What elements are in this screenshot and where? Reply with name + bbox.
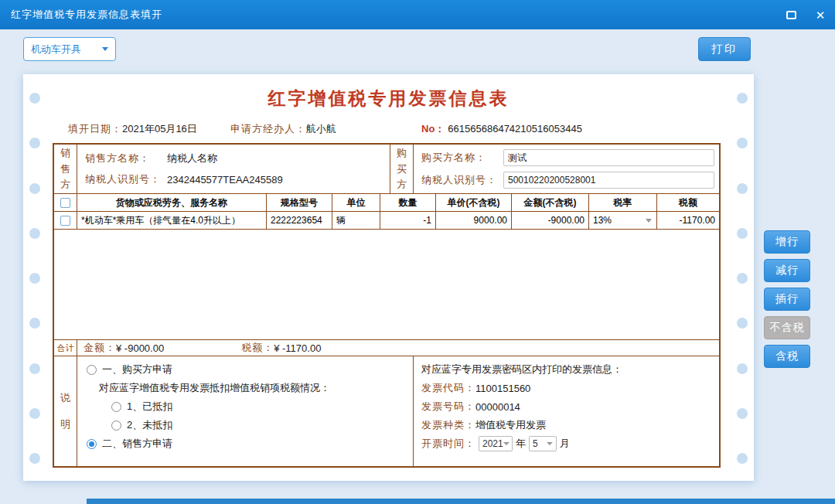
total-label: 合计	[54, 340, 77, 356]
month-suffix: 月	[560, 437, 570, 451]
minimize-button[interactable]	[776, 0, 806, 29]
chevron-down-icon	[503, 442, 510, 445]
invoice-code-value: 1100151560	[475, 383, 530, 394]
form-title: 红字增值税专用发票信息表	[23, 87, 754, 111]
header-qty: 数量	[380, 194, 436, 211]
decorative-dot	[737, 318, 748, 329]
invoice-type-value: 增值税专用发票	[475, 418, 546, 432]
deduct-hint: 对应蓝字增值税专用发票抵扣增值税销项税额情况：	[99, 381, 330, 395]
seller-side-label: 销售方	[54, 145, 77, 193]
radio-not-deducted[interactable]	[111, 421, 121, 431]
items-header-row: 货物或应税劳务、服务名称 规格型号 单位 数量 单价(不含税) 金额(不含税) …	[54, 194, 719, 212]
chevron-down-icon	[547, 442, 553, 445]
print-button[interactable]: 打印	[698, 37, 751, 61]
seller-name-value: 纳税人名称	[167, 152, 217, 165]
decorative-dot	[737, 453, 748, 464]
items-empty-area	[54, 230, 719, 339]
applicant: 申请方经办人：航小航	[230, 122, 336, 136]
item-price-cell[interactable]: 9000.00	[436, 212, 512, 229]
header-amount: 金额(不含税)	[512, 194, 589, 211]
note-side-label: 说明	[54, 356, 77, 466]
radio-buyer-apply-label: 一、购买方申请	[102, 363, 172, 376]
buyer-name-input[interactable]	[503, 149, 714, 166]
buyer-name-label: 购买方名称：	[421, 151, 503, 165]
radio-buyer-apply[interactable]	[87, 365, 97, 375]
blue-invoice-info: 对应蓝字专用发票密码区内打印的发票信息： 发票代码： 1100151560 发票…	[414, 356, 719, 466]
year-suffix: 年	[516, 437, 526, 451]
seller-taxid-value: 2342445577TEAA245589	[167, 174, 283, 186]
decorative-dot	[29, 273, 40, 284]
decorative-dot	[737, 183, 748, 194]
item-tax-cell[interactable]: -1170.00	[657, 212, 719, 229]
form-panel: 红字增值税专用发票信息表 填开日期：2021年05月16日 申请方经办人：航小航…	[23, 74, 754, 481]
seller-side-cell: 销售方	[54, 145, 77, 193]
total-tax-value: ¥ -1170.00	[274, 342, 321, 354]
excl-tax-button[interactable]: 不含税	[764, 316, 810, 339]
decorative-dot	[29, 453, 40, 464]
select-all-checkbox[interactable]	[60, 198, 70, 208]
decorative-dot	[737, 138, 748, 148]
buyer-side-cell: 购买方	[390, 145, 414, 193]
item-unit-cell[interactable]: 辆	[332, 212, 380, 229]
title-bar: 红字增值税专用发票信息表填开 ✕	[0, 0, 835, 29]
total-tax-label: 税额：	[241, 341, 274, 355]
apply-options: 一、购买方申请 对应蓝字增值税专用发票抵扣增值税销项税额情况： 1、已抵扣 2、…	[77, 356, 414, 466]
decorative-dot	[737, 273, 748, 284]
decorative-dot	[29, 183, 40, 194]
invoice-form: 销售方 销售方名称： 纳税人名称 纳税人识别号： 2342445577TEAA2…	[53, 143, 721, 468]
decorative-dots-left	[29, 93, 40, 464]
decorative-dots-right	[737, 93, 748, 464]
seller-taxid-label: 纳税人识别号：	[85, 172, 167, 186]
header-item-name: 货物或应税劳务、服务名称	[77, 194, 267, 211]
decorative-dot	[29, 318, 40, 329]
chevron-down-icon	[646, 219, 652, 223]
header-price: 单价(不含税)	[436, 194, 512, 211]
party-section: 销售方 销售方名称： 纳税人名称 纳税人识别号： 2342445577TEAA2…	[54, 145, 719, 194]
chevron-down-icon	[102, 47, 108, 51]
minimize-icon	[786, 11, 796, 19]
invoice-no: No：661565686474210516053445	[421, 122, 582, 136]
blue-invoice-title: 对应蓝字专用发票密码区内打印的发票信息：	[421, 360, 719, 379]
item-amount-cell[interactable]: -9000.00	[512, 212, 589, 229]
note-section: 说明 一、购买方申请 对应蓝字增值税专用发票抵扣增值税销项税额情况： 1、已抵扣	[54, 356, 719, 466]
radio-deducted[interactable]	[111, 402, 121, 412]
decorative-dot	[29, 228, 40, 239]
window-title: 红字增值税专用发票信息表填开	[11, 8, 162, 22]
buyer-taxid-input[interactable]	[503, 172, 714, 189]
row-checkbox[interactable]	[60, 216, 70, 226]
invoice-number-value: 00000014	[475, 401, 520, 413]
item-qty-cell[interactable]: -1	[380, 212, 436, 229]
close-button[interactable]: ✕	[806, 0, 835, 29]
invoice-code-label: 发票代码：	[421, 381, 475, 395]
row-action-buttons: 增行 减行 插行 不含税 含税	[764, 230, 810, 368]
decorative-dot	[29, 138, 40, 148]
remove-row-button[interactable]: 减行	[764, 259, 810, 282]
year-select[interactable]: 2021	[479, 436, 513, 451]
item-name-cell[interactable]: *机动车*乘用车（排气量在4.0升以上）	[77, 212, 267, 229]
radio-not-deducted-label: 2、未抵扣	[127, 418, 172, 432]
item-spec-cell[interactable]: 2222223654	[267, 212, 332, 229]
fill-date: 填开日期：2021年05月16日	[68, 122, 197, 136]
header-spec: 规格型号	[267, 194, 332, 211]
insert-row-button[interactable]: 插行	[764, 288, 810, 311]
item-tax-rate-dropdown[interactable]: 13%	[589, 212, 657, 229]
window-controls: ✕	[776, 0, 835, 29]
radio-seller-apply-label: 二、销售方申请	[102, 437, 172, 451]
invoice-type-label: 发票种类：	[421, 418, 475, 432]
radio-seller-apply[interactable]	[87, 439, 97, 449]
invoice-time-label: 开票时间：	[421, 437, 475, 451]
decorative-dot	[737, 363, 748, 374]
total-amount-label: 金额：	[84, 341, 116, 355]
invoice-type-select[interactable]: 机动车开具	[23, 37, 116, 61]
month-select[interactable]: 5	[529, 436, 557, 451]
background-window-edge	[87, 499, 835, 504]
table-row: *机动车*乘用车（排气量在4.0升以上） 2222223654 辆 -1 900…	[54, 212, 719, 230]
incl-tax-button[interactable]: 含税	[764, 345, 810, 368]
add-row-button[interactable]: 增行	[764, 230, 810, 254]
invoice-type-value: 机动车开具	[31, 43, 81, 56]
note-side-cell: 说明	[54, 356, 77, 466]
decorative-dot	[29, 363, 40, 374]
decorative-dot	[737, 408, 748, 419]
app-window: 红字增值税专用发票信息表填开 ✕ 机动车开具 打印 红字增值税专用发票信息表 填…	[0, 0, 835, 504]
total-amount-value: ¥ -9000.00	[116, 342, 164, 354]
